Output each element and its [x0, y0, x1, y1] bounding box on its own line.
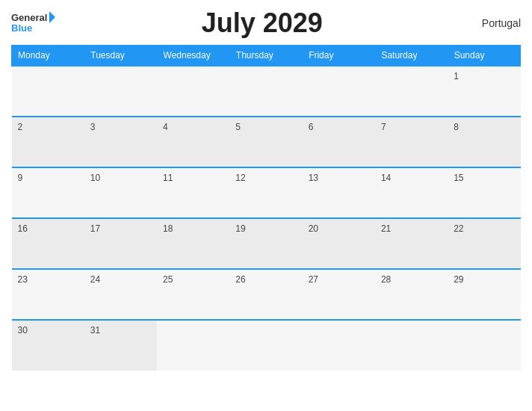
day-number: 24: [90, 274, 100, 285]
calendar-day: 28: [375, 269, 448, 320]
day-number: 2: [18, 122, 23, 132]
calendar-day: 5: [229, 117, 302, 167]
calendar-day: [303, 66, 375, 117]
day-number: 13: [309, 173, 318, 183]
month-title: July 2029: [55, 7, 468, 39]
day-number: 4: [163, 122, 168, 132]
day-number: 23: [18, 274, 28, 285]
calendar-day: 29: [448, 269, 520, 320]
day-number: 25: [163, 274, 173, 285]
day-number: 7: [381, 122, 386, 132]
day-number: 22: [454, 223, 463, 234]
calendar-day: 8: [448, 117, 520, 167]
day-number: 29: [454, 274, 463, 285]
calendar-day: [12, 66, 84, 117]
calendar-day: 20: [303, 218, 375, 269]
calendar-day: 6: [303, 117, 375, 167]
day-number: 8: [454, 122, 459, 132]
calendar-day: 16: [12, 218, 84, 269]
logo-blue: Blue: [11, 23, 55, 34]
day-number: 15: [454, 173, 463, 183]
calendar-week-row: 16171819202122: [12, 218, 521, 269]
calendar-day: 7: [375, 117, 448, 167]
calendar-day: 24: [84, 269, 157, 320]
calendar-day: 3: [84, 117, 157, 167]
day-number: 21: [381, 223, 391, 234]
calendar-day: [157, 66, 229, 117]
day-number: 5: [235, 122, 241, 132]
header-sunday: Sunday: [448, 46, 520, 67]
header-wednesday: Wednesday: [157, 46, 229, 67]
day-number: 26: [235, 274, 245, 285]
calendar-week-row: 1: [12, 66, 521, 117]
header-monday: Monday: [12, 46, 84, 67]
day-number: 10: [90, 173, 100, 183]
calendar-day: 10: [84, 167, 157, 218]
header-thursday: Thursday: [229, 46, 302, 67]
day-number: 9: [18, 173, 23, 183]
calendar-day: 25: [157, 269, 229, 320]
calendar-day: 23: [12, 269, 84, 320]
day-number: 12: [235, 173, 245, 183]
day-number: 16: [18, 223, 28, 234]
calendar-day: 2: [12, 117, 84, 167]
calendar-day: 1: [448, 66, 520, 117]
calendar-week-row: 23242526272829: [12, 269, 521, 320]
calendar-grid: Monday Tuesday Wednesday Thursday Friday…: [11, 45, 521, 371]
day-number: 27: [309, 274, 318, 285]
calendar-day: 17: [84, 218, 157, 269]
calendar-day: 4: [157, 117, 229, 167]
day-number: 6: [309, 122, 314, 132]
calendar-day: 15: [448, 167, 520, 218]
day-number: 19: [235, 223, 245, 234]
calendar-day: [303, 320, 375, 371]
day-number: 28: [381, 274, 391, 285]
day-number: 3: [90, 122, 96, 132]
calendar-day: 9: [12, 167, 84, 218]
day-number: 17: [90, 223, 100, 234]
calendar-day: [229, 320, 302, 371]
logo-triangle-icon: [49, 11, 55, 23]
calendar-day: [375, 66, 448, 117]
calendar-day: 21: [375, 218, 448, 269]
calendar-container: General Blue July 2029 Portugal Monday T…: [0, 0, 532, 411]
calendar-day: [157, 320, 229, 371]
calendar-week-row: 9101112131415: [12, 167, 521, 218]
calendar-day: 18: [157, 218, 229, 269]
calendar-week-row: 2345678: [12, 117, 521, 167]
calendar-day: 26: [229, 269, 302, 320]
logo-general: General: [11, 13, 47, 23]
calendar-day: [229, 66, 302, 117]
calendar-day: 31: [84, 320, 157, 371]
calendar-day: 19: [229, 218, 302, 269]
day-number: 11: [163, 173, 173, 183]
header-tuesday: Tuesday: [84, 46, 157, 67]
calendar-day: 27: [303, 269, 375, 320]
calendar-header-row: Monday Tuesday Wednesday Thursday Friday…: [12, 46, 521, 67]
country-label: Portugal: [468, 17, 521, 29]
day-number: 30: [18, 325, 28, 336]
header-saturday: Saturday: [375, 46, 448, 67]
day-number: 1: [454, 71, 459, 81]
calendar-day: 30: [12, 320, 84, 371]
calendar-day: [375, 320, 448, 371]
calendar-header: General Blue July 2029 Portugal: [11, 7, 521, 39]
calendar-day: [84, 66, 157, 117]
calendar-day: 13: [303, 167, 375, 218]
day-number: 20: [309, 223, 318, 234]
header-friday: Friday: [303, 46, 375, 67]
calendar-body: 1234567891011121314151617181920212223242…: [12, 66, 521, 371]
day-number: 14: [381, 173, 391, 183]
logo-text: General Blue: [11, 13, 55, 34]
calendar-day: 22: [448, 218, 520, 269]
calendar-day: 14: [375, 167, 448, 218]
calendar-day: 12: [229, 167, 302, 218]
calendar-week-row: 3031: [12, 320, 521, 371]
day-number: 18: [163, 223, 173, 234]
day-number: 31: [90, 325, 100, 336]
calendar-day: [448, 320, 520, 371]
logo: General Blue: [11, 13, 55, 34]
calendar-day: 11: [157, 167, 229, 218]
